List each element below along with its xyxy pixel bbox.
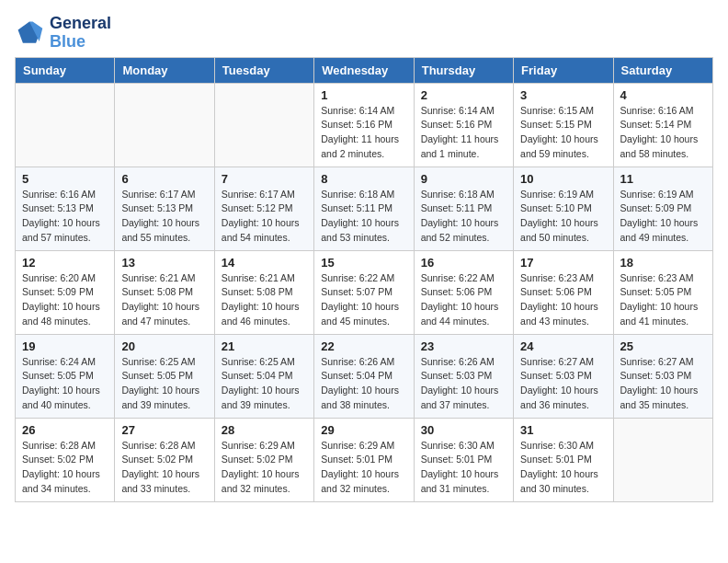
calendar-cell bbox=[214, 83, 313, 167]
day-number: 18 bbox=[620, 256, 706, 270]
calendar-cell: 2Sunrise: 6:14 AMSunset: 5:16 PMDaylight… bbox=[414, 83, 513, 167]
day-info: Sunrise: 6:19 AMSunset: 5:10 PMDaylight:… bbox=[520, 188, 606, 246]
calendar-cell: 29Sunrise: 6:29 AMSunset: 5:01 PMDayligh… bbox=[314, 418, 414, 501]
calendar-cell bbox=[613, 418, 712, 501]
day-info: Sunrise: 6:27 AMSunset: 5:03 PMDaylight:… bbox=[520, 355, 606, 413]
day-info: Sunrise: 6:14 AMSunset: 5:16 PMDaylight:… bbox=[321, 104, 406, 162]
day-info: Sunrise: 6:16 AMSunset: 5:14 PMDaylight:… bbox=[620, 104, 706, 162]
weekday-header-saturday: Saturday bbox=[613, 57, 712, 83]
calendar-week-5: 26Sunrise: 6:28 AMSunset: 5:02 PMDayligh… bbox=[16, 418, 713, 501]
day-info: Sunrise: 6:28 AMSunset: 5:02 PMDaylight:… bbox=[121, 439, 207, 497]
weekday-header-friday: Friday bbox=[514, 57, 613, 83]
calendar-cell: 9Sunrise: 6:18 AMSunset: 5:11 PMDaylight… bbox=[414, 167, 513, 250]
calendar-cell: 11Sunrise: 6:19 AMSunset: 5:09 PMDayligh… bbox=[613, 167, 712, 250]
day-number: 20 bbox=[121, 339, 207, 353]
day-info: Sunrise: 6:25 AMSunset: 5:04 PMDaylight:… bbox=[222, 355, 307, 413]
day-number: 28 bbox=[222, 423, 307, 437]
weekday-header-thursday: Thursday bbox=[414, 57, 513, 83]
day-info: Sunrise: 6:24 AMSunset: 5:05 PMDaylight:… bbox=[22, 355, 108, 413]
day-info: Sunrise: 6:15 AMSunset: 5:15 PMDaylight:… bbox=[520, 104, 606, 162]
day-number: 30 bbox=[421, 423, 506, 437]
calendar-cell: 7Sunrise: 6:17 AMSunset: 5:12 PMDaylight… bbox=[214, 167, 313, 250]
day-number: 9 bbox=[421, 172, 506, 186]
calendar-cell: 17Sunrise: 6:23 AMSunset: 5:06 PMDayligh… bbox=[514, 250, 613, 334]
day-info: Sunrise: 6:25 AMSunset: 5:05 PMDaylight:… bbox=[121, 355, 207, 413]
weekday-header-tuesday: Tuesday bbox=[214, 57, 313, 83]
day-info: Sunrise: 6:23 AMSunset: 5:05 PMDaylight:… bbox=[620, 271, 706, 329]
day-info: Sunrise: 6:21 AMSunset: 5:08 PMDaylight:… bbox=[121, 271, 207, 329]
day-info: Sunrise: 6:18 AMSunset: 5:11 PMDaylight:… bbox=[421, 188, 506, 246]
day-info: Sunrise: 6:30 AMSunset: 5:01 PMDaylight:… bbox=[421, 439, 506, 497]
day-info: Sunrise: 6:23 AMSunset: 5:06 PMDaylight:… bbox=[520, 271, 606, 329]
day-number: 27 bbox=[121, 423, 207, 437]
calendar-cell: 24Sunrise: 6:27 AMSunset: 5:03 PMDayligh… bbox=[514, 334, 613, 418]
calendar-cell: 14Sunrise: 6:21 AMSunset: 5:08 PMDayligh… bbox=[214, 250, 313, 334]
calendar-week-2: 5Sunrise: 6:16 AMSunset: 5:13 PMDaylight… bbox=[16, 167, 713, 250]
day-number: 24 bbox=[520, 339, 606, 353]
day-number: 14 bbox=[222, 256, 307, 270]
calendar-cell: 16Sunrise: 6:22 AMSunset: 5:06 PMDayligh… bbox=[414, 250, 513, 334]
day-number: 6 bbox=[121, 172, 207, 186]
day-info: Sunrise: 6:26 AMSunset: 5:04 PMDaylight:… bbox=[321, 355, 406, 413]
day-info: Sunrise: 6:29 AMSunset: 5:01 PMDaylight:… bbox=[321, 439, 406, 497]
day-number: 31 bbox=[520, 423, 606, 437]
day-number: 5 bbox=[22, 172, 108, 186]
day-number: 17 bbox=[520, 256, 606, 270]
calendar-cell: 10Sunrise: 6:19 AMSunset: 5:10 PMDayligh… bbox=[514, 167, 613, 250]
calendar-cell: 6Sunrise: 6:17 AMSunset: 5:13 PMDaylight… bbox=[115, 167, 214, 250]
calendar-cell: 27Sunrise: 6:28 AMSunset: 5:02 PMDayligh… bbox=[115, 418, 214, 501]
day-number: 12 bbox=[22, 256, 108, 270]
calendar-week-4: 19Sunrise: 6:24 AMSunset: 5:05 PMDayligh… bbox=[16, 334, 713, 418]
calendar-cell bbox=[115, 83, 214, 167]
weekday-header-monday: Monday bbox=[115, 57, 214, 83]
day-number: 22 bbox=[321, 339, 406, 353]
calendar-cell: 15Sunrise: 6:22 AMSunset: 5:07 PMDayligh… bbox=[314, 250, 414, 334]
day-info: Sunrise: 6:26 AMSunset: 5:03 PMDaylight:… bbox=[421, 355, 506, 413]
calendar-cell: 20Sunrise: 6:25 AMSunset: 5:05 PMDayligh… bbox=[115, 334, 214, 418]
calendar-week-3: 12Sunrise: 6:20 AMSunset: 5:09 PMDayligh… bbox=[16, 250, 713, 334]
day-number: 3 bbox=[520, 88, 606, 102]
day-info: Sunrise: 6:18 AMSunset: 5:11 PMDaylight:… bbox=[321, 188, 406, 246]
day-number: 15 bbox=[321, 256, 406, 270]
day-info: Sunrise: 6:17 AMSunset: 5:12 PMDaylight:… bbox=[222, 188, 307, 246]
day-number: 7 bbox=[222, 172, 307, 186]
calendar-cell: 4Sunrise: 6:16 AMSunset: 5:14 PMDaylight… bbox=[613, 83, 712, 167]
calendar-cell: 5Sunrise: 6:16 AMSunset: 5:13 PMDaylight… bbox=[16, 167, 115, 250]
day-info: Sunrise: 6:28 AMSunset: 5:02 PMDaylight:… bbox=[22, 439, 108, 497]
day-number: 16 bbox=[421, 256, 506, 270]
calendar-cell: 22Sunrise: 6:26 AMSunset: 5:04 PMDayligh… bbox=[314, 334, 414, 418]
calendar-cell: 21Sunrise: 6:25 AMSunset: 5:04 PMDayligh… bbox=[214, 334, 313, 418]
day-number: 10 bbox=[520, 172, 606, 186]
day-number: 29 bbox=[321, 423, 406, 437]
logo: GeneralBlue bbox=[15, 15, 111, 52]
day-info: Sunrise: 6:20 AMSunset: 5:09 PMDaylight:… bbox=[22, 271, 108, 329]
day-number: 25 bbox=[620, 339, 706, 353]
day-number: 1 bbox=[321, 88, 406, 102]
day-info: Sunrise: 6:19 AMSunset: 5:09 PMDaylight:… bbox=[620, 188, 706, 246]
calendar-cell: 26Sunrise: 6:28 AMSunset: 5:02 PMDayligh… bbox=[16, 418, 115, 501]
day-number: 26 bbox=[22, 423, 108, 437]
calendar-cell: 30Sunrise: 6:30 AMSunset: 5:01 PMDayligh… bbox=[414, 418, 513, 501]
calendar-cell: 18Sunrise: 6:23 AMSunset: 5:05 PMDayligh… bbox=[613, 250, 712, 334]
calendar-week-1: 1Sunrise: 6:14 AMSunset: 5:16 PMDaylight… bbox=[16, 83, 713, 167]
calendar-cell: 3Sunrise: 6:15 AMSunset: 5:15 PMDaylight… bbox=[514, 83, 613, 167]
day-number: 13 bbox=[121, 256, 207, 270]
weekday-header-sunday: Sunday bbox=[16, 57, 115, 83]
calendar-cell: 23Sunrise: 6:26 AMSunset: 5:03 PMDayligh… bbox=[414, 334, 513, 418]
calendar-cell bbox=[16, 83, 115, 167]
day-number: 8 bbox=[321, 172, 406, 186]
day-info: Sunrise: 6:29 AMSunset: 5:02 PMDaylight:… bbox=[222, 439, 307, 497]
day-info: Sunrise: 6:14 AMSunset: 5:16 PMDaylight:… bbox=[421, 104, 506, 162]
day-info: Sunrise: 6:16 AMSunset: 5:13 PMDaylight:… bbox=[22, 188, 108, 246]
day-number: 21 bbox=[222, 339, 307, 353]
calendar-cell: 1Sunrise: 6:14 AMSunset: 5:16 PMDaylight… bbox=[314, 83, 414, 167]
day-number: 2 bbox=[421, 88, 506, 102]
calendar-table: SundayMondayTuesdayWednesdayThursdayFrid… bbox=[15, 57, 713, 502]
calendar-cell: 13Sunrise: 6:21 AMSunset: 5:08 PMDayligh… bbox=[115, 250, 214, 334]
page-header: GeneralBlue bbox=[15, 15, 713, 52]
day-info: Sunrise: 6:30 AMSunset: 5:01 PMDaylight:… bbox=[520, 439, 606, 497]
calendar-cell: 25Sunrise: 6:27 AMSunset: 5:03 PMDayligh… bbox=[613, 334, 712, 418]
day-number: 11 bbox=[620, 172, 706, 186]
calendar-cell: 19Sunrise: 6:24 AMSunset: 5:05 PMDayligh… bbox=[16, 334, 115, 418]
calendar-header-row: SundayMondayTuesdayWednesdayThursdayFrid… bbox=[16, 57, 713, 83]
